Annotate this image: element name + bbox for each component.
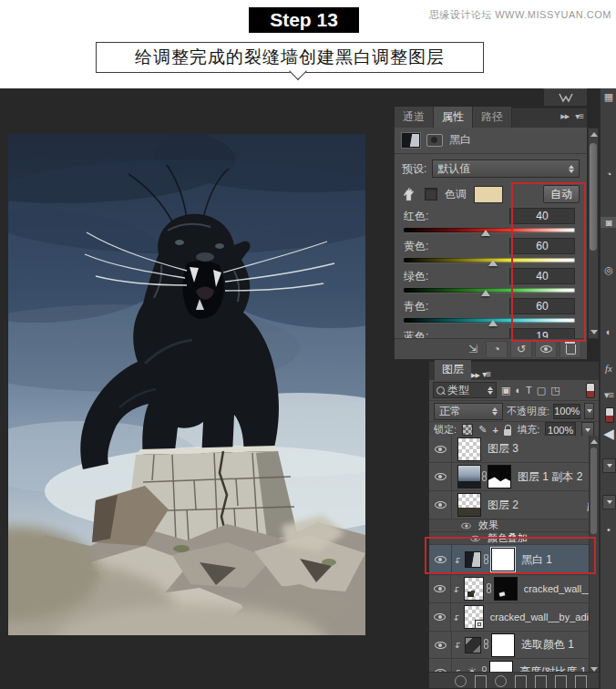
layer-name[interactable]: 黑白 1 <box>521 552 552 568</box>
dock-grid-icon[interactable]: ▦ <box>601 91 616 103</box>
slider-value-input[interactable]: 60 <box>509 298 575 314</box>
tint-checkbox[interactable] <box>425 188 437 201</box>
auto-button[interactable]: 自动 <box>543 185 580 203</box>
opacity-value-input[interactable]: 100% <box>553 404 580 419</box>
filter-adjustment-layers-icon[interactable]: ◐ <box>515 385 521 396</box>
layer-row-layer3[interactable]: 图层 3 <box>429 436 599 463</box>
tint-color-swatch[interactable] <box>474 186 503 203</box>
layer-mask-thumbnail[interactable] <box>488 465 511 488</box>
mask-link-icon[interactable] <box>486 583 492 595</box>
greens-slider-track[interactable] <box>404 288 575 293</box>
dock-collapse-left-icon[interactable]: ◀ <box>601 426 616 442</box>
adjustment-mask-thumbnail[interactable] <box>491 548 515 571</box>
visibility-eye-icon[interactable] <box>435 556 447 563</box>
lock-transparency-icon[interactable] <box>462 424 473 436</box>
filter-type-layers-icon[interactable]: T <box>526 385 532 396</box>
filter-toggle-switch[interactable] <box>586 383 595 398</box>
visibility-eye-icon[interactable] <box>435 501 447 509</box>
slider-thumb[interactable] <box>488 260 498 266</box>
tab-channels[interactable]: 通道 <box>395 107 434 128</box>
visibility-eye-icon[interactable] <box>435 642 447 649</box>
slider-value-input[interactable]: 40 <box>509 208 575 224</box>
layer-mask-thumbnail[interactable] <box>494 577 518 601</box>
panel-menu-icon[interactable]: ▾≡ <box>482 369 490 379</box>
tab-paths[interactable]: 路径 <box>473 107 512 128</box>
layer-thumbnail[interactable] <box>457 437 481 461</box>
cyans-slider-track[interactable] <box>404 318 575 323</box>
filter-smart-objects-icon[interactable]: ◳ <box>550 385 560 396</box>
dock-dropdown-b[interactable] <box>602 495 616 509</box>
layer-name[interactable]: cracked_wall__by_adig... <box>490 612 599 622</box>
layer-thumbnail[interactable] <box>464 577 484 601</box>
visibility-eye-icon[interactable] <box>434 585 446 592</box>
effects-label[interactable]: 效果 <box>478 519 498 532</box>
effects-row[interactable]: 效果 <box>429 519 599 532</box>
filter-type-dropdown[interactable]: 类型 <box>433 382 497 398</box>
visibility-toggle-icon[interactable] <box>535 341 557 358</box>
dock-menu-icon[interactable]: ▾≡ <box>601 389 616 401</box>
layer-row-cracked-wall-by-adig[interactable]: ↴ cracked_wall__by_adig... <box>429 603 599 632</box>
layer-thumbnail[interactable] <box>457 465 481 488</box>
scrollbar-thumb[interactable] <box>590 143 597 251</box>
slider-value-input[interactable]: 60 <box>509 238 575 254</box>
color-overlay-row[interactable]: 颜色叠加 <box>429 532 599 545</box>
preset-dropdown[interactable]: 默认值 <box>432 159 580 178</box>
delete-adjustment-icon[interactable] <box>560 341 581 358</box>
dock-adjustments-icon[interactable]: ◐ <box>601 326 616 337</box>
layer-thumbnail[interactable] <box>457 493 481 517</box>
layers-footer-bar[interactable] <box>429 672 599 688</box>
slider-thumb[interactable] <box>481 290 490 296</box>
visibility-eye-icon[interactable] <box>435 446 447 453</box>
dock-panel-icon-c[interactable]: ◎ <box>601 264 616 276</box>
visibility-eye-icon[interactable] <box>470 535 479 540</box>
filter-pixel-layers-icon[interactable]: ▣ <box>501 385 510 396</box>
tab-layers[interactable]: 图层 <box>435 360 471 380</box>
targeted-adjustment-hand-icon[interactable] <box>402 187 417 201</box>
lock-paint-icon[interactable]: ✎ <box>478 424 487 436</box>
lock-move-icon[interactable]: + <box>493 425 498 436</box>
dock-toggle[interactable] <box>605 407 614 423</box>
layer-name[interactable]: 图层 3 <box>488 441 518 457</box>
dock-styles-icon[interactable]: fx <box>601 363 616 374</box>
scroll-up-icon[interactable] <box>590 132 598 137</box>
layer-thumbnail[interactable] <box>464 605 484 629</box>
mask-link-icon[interactable] <box>483 554 489 566</box>
visibility-eye-icon[interactable] <box>435 473 447 480</box>
slider-thumb[interactable] <box>481 230 490 236</box>
layer-row-blackwhite1-selected[interactable]: ↴ 黑白 1 <box>429 545 599 575</box>
slider-value-input[interactable]: 40 <box>509 268 575 284</box>
blend-mode-dropdown[interactable]: 正常 <box>434 403 503 420</box>
scroll-down-icon[interactable] <box>590 330 598 334</box>
tab-properties[interactable]: 属性 <box>434 107 473 128</box>
view-previous-state-icon[interactable]: ◔ <box>486 341 508 358</box>
layer-row-cracked-wall[interactable]: ↴ cracked_wall__... <box>429 575 599 603</box>
scrollbar-thumb[interactable] <box>590 447 597 534</box>
layer-row-layer2[interactable]: 图层 2 fx <box>429 491 599 519</box>
layer-row-selective-color[interactable]: ↴ 选取颜色 1 <box>429 632 599 659</box>
mask-link-icon[interactable] <box>481 471 488 483</box>
layer-name[interactable]: cracked_wall__... <box>524 583 599 594</box>
slider-thumb[interactable] <box>488 320 498 326</box>
collapse-panel-icon[interactable]: ▶▶ <box>560 113 569 120</box>
layers-scrollbar[interactable] <box>589 436 599 675</box>
layer-row-layer1-copy2[interactable]: 图层 1 副本 2 <box>429 463 599 491</box>
document-image[interactable] <box>8 134 365 635</box>
selective-color-adjustment-icon[interactable] <box>465 637 481 653</box>
collapse-panel-icon[interactable]: ▶▶ <box>471 372 479 378</box>
lock-all-icon[interactable] <box>504 429 511 436</box>
reset-adjustment-icon[interactable]: ↺ <box>510 341 532 358</box>
adjustment-mask-thumbnail[interactable] <box>491 633 515 657</box>
layer-name[interactable]: 图层 2 <box>488 498 518 513</box>
panel-menu-icon[interactable]: ▾≡ <box>575 111 583 121</box>
yellows-slider-track[interactable] <box>404 258 575 262</box>
dock-dropdown-a[interactable] <box>602 458 616 473</box>
properties-scrollbar[interactable] <box>588 128 599 339</box>
scroll-up-icon[interactable] <box>590 439 598 444</box>
visibility-eye-icon[interactable] <box>434 613 446 621</box>
collapsed-panel-fragment[interactable] <box>543 88 588 107</box>
layer-name[interactable]: 选取颜色 1 <box>521 637 574 653</box>
reds-slider-track[interactable] <box>404 228 575 232</box>
clip-to-layer-icon[interactable]: ⇲ <box>463 342 483 357</box>
layer-name[interactable]: 图层 1 副本 2 <box>518 469 582 485</box>
black-white-adjustment-icon[interactable] <box>465 551 481 568</box>
